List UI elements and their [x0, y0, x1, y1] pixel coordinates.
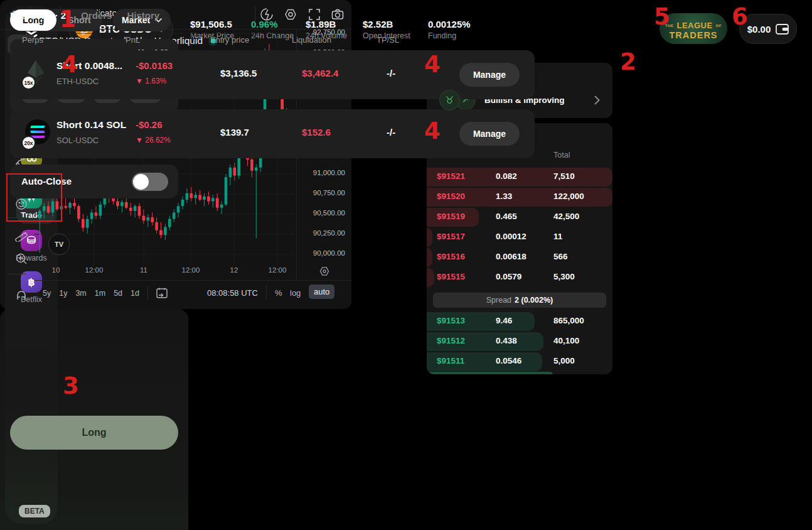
manage-button[interactable]: Manage [459, 122, 520, 146]
ob-header-total: Total [553, 151, 570, 160]
quick-action-icon[interactable] [260, 8, 274, 21]
y-axis-label: 90,500.00 [300, 209, 345, 217]
y-axis-label: 90,250.00 [300, 229, 345, 237]
x-axis-label: 12:00 [177, 266, 205, 274]
manage-button[interactable]: Manage [459, 63, 520, 87]
annotation-4-messari: 4 [424, 53, 441, 76]
annotation-6: 6 [732, 5, 748, 28]
bid-row[interactable]: $915139.46865,000 [427, 311, 612, 332]
position-tpsl: -/- [387, 68, 395, 78]
tradingview-logo-icon: TV [48, 234, 70, 255]
stat-label: Funding [428, 31, 471, 40]
ask-row[interactable]: $915150.05795,300 [427, 268, 612, 288]
annotation-2: 2 [620, 50, 636, 73]
range-1d-button[interactable]: 1d [131, 289, 139, 298]
wallet-balance: $0.00 [747, 24, 771, 35]
wallet-icon [776, 24, 789, 35]
col-header-perps: Perps [22, 35, 43, 45]
annotation-5: 5 [654, 5, 670, 28]
bid-row[interactable]: $915110.05465,000 [427, 352, 612, 372]
spread-row: Spread 2 (0.002%) [433, 293, 606, 308]
divider [147, 286, 148, 300]
chart-settings-icon[interactable] [284, 8, 297, 21]
x-axis-label: 12 [220, 266, 248, 274]
x-axis-label: 12:00 [264, 266, 291, 274]
position-row-sol[interactable]: 20x Short 0.14 SOL SOL-USDC -$0.26 ▼ 26.… [10, 109, 535, 158]
ask-row[interactable]: $915170.0001211 [427, 227, 612, 247]
x-axis-label: 10 [42, 266, 70, 274]
x-axis-settings-icon[interactable] [319, 266, 330, 277]
ask-row[interactable]: $915190.46542,500 [427, 207, 612, 227]
position-entry: $3,136.5 [220, 68, 257, 78]
tab-positions[interactable]: Positions · 2 [10, 10, 66, 21]
ruler-tool-icon[interactable] [8, 225, 35, 245]
auto-close-toggle[interactable] [132, 173, 168, 191]
clock-utc[interactable]: 08:08:58 UTC [207, 288, 258, 298]
x-axis-label: 12:00 [80, 266, 108, 274]
chevron-right-icon [594, 95, 600, 105]
divider [35, 280, 351, 281]
annotation-box-trade [6, 173, 62, 222]
stat-value: 0.00125% [428, 19, 471, 30]
position-pnl-pct: ▼ 26.62% [136, 136, 171, 144]
snapshot-camera-icon[interactable] [331, 8, 345, 21]
submit-long-button[interactable]: Long [10, 416, 178, 450]
partial-bid-row [427, 372, 553, 374]
range-3m-button[interactable]: 3m [75, 289, 86, 298]
position-pair: ETH-USDC [56, 77, 99, 86]
tab-orders[interactable]: Orders [81, 10, 112, 21]
tab-history[interactable]: History [127, 10, 159, 21]
league-of: OF [716, 24, 722, 28]
league-league: LEAGUE [676, 21, 712, 30]
bid-row[interactable]: $915120.43840,100 [427, 332, 612, 352]
y-axis-label: 90,750.00 [300, 189, 345, 197]
divider [266, 286, 267, 300]
annotation-4-chart: 4 [61, 53, 78, 76]
range-5y-button[interactable]: 5y [43, 289, 51, 298]
annotation-3: 3 [63, 374, 79, 398]
y-axis-label: 90,000.00 [300, 249, 345, 257]
position-tpsl: -/- [387, 127, 395, 138]
beta-badge: BETA [19, 505, 50, 517]
ask-row[interactable]: $915160.00618566 [427, 247, 612, 268]
range-toolbar: 5y 1y 3m 1m 5d 1d [43, 286, 168, 300]
magnet-tool-icon[interactable] [8, 285, 35, 305]
go-to-date-icon[interactable] [156, 287, 168, 300]
percent-scale-button[interactable]: % [275, 288, 282, 298]
ask-row[interactable]: $915201.33122,000 [427, 187, 612, 207]
auto-scale-button[interactable]: auto [309, 284, 334, 299]
col-header-entry: Entry price [210, 35, 249, 45]
divider [255, 6, 255, 23]
stat-value: $2.52B [363, 19, 410, 30]
annotation-1: 1 [60, 8, 76, 31]
zoom-in-tool-icon[interactable] [8, 249, 35, 269]
spread-label: Spread [486, 296, 511, 305]
sol-icon: 20x [25, 119, 50, 147]
stat-funding: 0.00125% Funding [428, 19, 471, 40]
ask-row[interactable]: $915210.0827,510 [427, 167, 612, 187]
leverage-badge: 15x [21, 75, 36, 90]
annotation-4-orderbook: 4 [424, 119, 441, 143]
x-axis-label: 11 [130, 266, 158, 274]
range-1y-button[interactable]: 1y [59, 289, 67, 298]
range-5d-button[interactable]: 5d [114, 289, 122, 298]
eth-icon: 15x [25, 59, 49, 87]
position-liquidation: $3,462.4 [302, 68, 338, 78]
divider [8, 274, 26, 274]
col-header-tpsl: TP/SL [377, 35, 399, 45]
order-book-panel: Order Book Price Amount Total $915210.08… [427, 123, 612, 374]
fullscreen-icon[interactable] [307, 8, 321, 21]
log-scale-button[interactable]: log [290, 288, 301, 298]
position-title: Short 0.14 SOL [56, 119, 126, 131]
position-pnl: -$0.0163 [136, 60, 173, 71]
toggle-knob [133, 174, 149, 190]
col-header-liquidation: Liquidation [292, 35, 331, 45]
col-header-pnl: PnL [126, 35, 140, 45]
bull-icon: ♉ [439, 90, 460, 111]
leverage-badge: 20x [21, 136, 36, 150]
wallet-balance-button[interactable]: $0.00 [739, 14, 797, 44]
league-traders: TRADERS [660, 31, 727, 40]
range-1m-button[interactable]: 1m [95, 289, 105, 298]
position-pnl: -$0.26 [136, 119, 163, 130]
spread-value: 2 (0.002%) [515, 296, 553, 305]
